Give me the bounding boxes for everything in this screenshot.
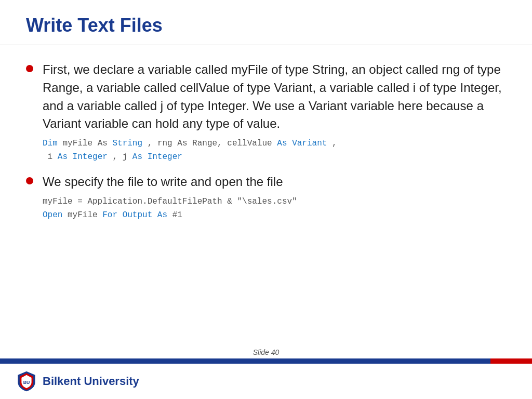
code-keyword: As: [157, 210, 167, 220]
svg-text:BU: BU: [23, 380, 30, 385]
code-line: myFile = Application.DefaultFilePath & "…: [43, 195, 506, 209]
bullet-list: First, we declare a variable called myFi…: [26, 61, 506, 222]
university-name: Bilkent University: [43, 375, 139, 388]
list-item: First, we declare a variable called myFi…: [26, 61, 506, 164]
slide-content: First, we declare a variable called myFi…: [0, 45, 532, 358]
footer: BU Bilkent University: [0, 364, 532, 399]
page-title: Write Text Files: [26, 15, 506, 36]
bullet-content: We specify the file to write and open th…: [43, 173, 506, 222]
code-block: myFile = Application.DefaultFilePath & "…: [43, 195, 506, 222]
bullet-text: We specify the file to write and open th…: [43, 173, 506, 191]
footer-bar-red: [490, 358, 532, 364]
slide-header: Write Text Files: [0, 0, 532, 45]
bullet-dot: [26, 177, 33, 184]
code-block: Dim myFile As String , rng As Range, cel…: [43, 137, 506, 164]
code-keyword: As Variant: [277, 139, 327, 148]
code-keyword: As: [177, 139, 187, 148]
code-keyword: Open: [43, 210, 62, 220]
code-keyword: String: [112, 139, 142, 148]
code-line: Dim myFile As String , rng As Range, cel…: [43, 137, 506, 151]
code-keyword: As Integer: [58, 152, 108, 162]
logo-area: BU Bilkent University: [16, 370, 139, 392]
code-line: Open myFile For Output As #1: [43, 209, 506, 222]
code-keyword: As: [98, 139, 108, 148]
code-line: i As Integer , j As Integer: [43, 151, 506, 164]
list-item: We specify the file to write and open th…: [26, 173, 506, 222]
university-logo: BU: [16, 370, 37, 392]
bullet-text: First, we declare a variable called myFi…: [43, 61, 506, 133]
footer-bar-blue: [0, 358, 490, 364]
bullet-dot: [26, 65, 33, 72]
code-keyword: For Output: [102, 210, 152, 220]
slide: Write Text Files First, we declare a var…: [0, 0, 532, 399]
code-keyword: Dim: [43, 139, 58, 148]
slide-number: Slide 40: [253, 348, 280, 356]
footer-bar: [0, 358, 532, 364]
bullet-content: First, we declare a variable called myFi…: [43, 61, 506, 164]
code-keyword: As Integer: [132, 152, 182, 162]
